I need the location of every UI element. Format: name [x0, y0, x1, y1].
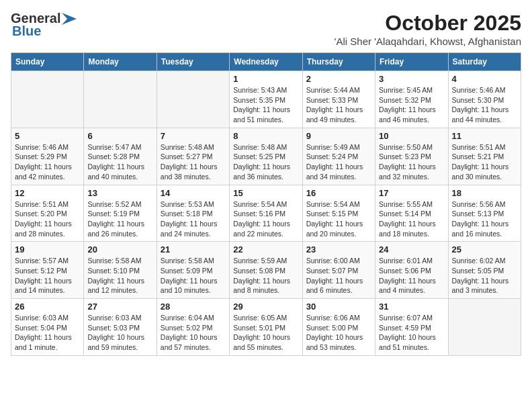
- calendar-day-cell: 26Sunrise: 6:03 AMSunset: 5:04 PMDayligh…: [11, 299, 84, 356]
- calendar-week-row: 26Sunrise: 6:03 AMSunset: 5:04 PMDayligh…: [11, 299, 521, 356]
- day-info: Sunrise: 6:00 AMSunset: 5:07 PMDaylight:…: [306, 256, 371, 295]
- day-info: Sunrise: 5:58 AMSunset: 5:10 PMDaylight:…: [87, 256, 152, 295]
- day-number: 29: [233, 302, 298, 312]
- calendar-day-cell: 30Sunrise: 6:06 AMSunset: 5:00 PMDayligh…: [302, 299, 375, 356]
- page-title: October 2025: [335, 11, 521, 36]
- day-info: Sunrise: 6:07 AMSunset: 4:59 PMDaylight:…: [379, 313, 444, 353]
- day-info: Sunrise: 5:46 AMSunset: 5:30 PMDaylight:…: [452, 85, 517, 125]
- day-info: Sunrise: 6:01 AMSunset: 5:06 PMDaylight:…: [379, 256, 444, 295]
- calendar-day-cell: [157, 71, 229, 128]
- logo-blue: Blue: [12, 24, 41, 39]
- day-number: 30: [306, 302, 371, 312]
- day-number: 27: [87, 302, 152, 312]
- calendar-day-cell: 20Sunrise: 5:58 AMSunset: 5:10 PMDayligh…: [84, 242, 157, 299]
- day-number: 16: [306, 188, 371, 198]
- calendar-day-cell: 29Sunrise: 6:05 AMSunset: 5:01 PMDayligh…: [230, 299, 302, 356]
- day-number: 19: [15, 244, 80, 255]
- calendar-day-cell: 7Sunrise: 5:48 AMSunset: 5:27 PMDaylight…: [157, 128, 229, 185]
- day-info: Sunrise: 6:03 AMSunset: 5:03 PMDaylight:…: [87, 313, 152, 353]
- day-info: Sunrise: 5:45 AMSunset: 5:32 PMDaylight:…: [379, 85, 444, 125]
- day-info: Sunrise: 5:49 AMSunset: 5:24 PMDaylight:…: [306, 142, 371, 182]
- day-number: 9: [306, 131, 371, 141]
- day-number: 21: [161, 244, 226, 255]
- day-info: Sunrise: 5:51 AMSunset: 5:20 PMDaylight:…: [15, 199, 80, 239]
- page-subtitle: 'Ali Sher 'Alaqahdari, Khowst, Afghanist…: [335, 36, 521, 47]
- calendar-day-cell: 10Sunrise: 5:50 AMSunset: 5:23 PMDayligh…: [375, 128, 448, 185]
- calendar-day-cell: [84, 71, 157, 128]
- calendar-day-cell: 9Sunrise: 5:49 AMSunset: 5:24 PMDaylight…: [302, 128, 375, 185]
- day-number: 18: [452, 188, 517, 198]
- calendar-day-cell: 1Sunrise: 5:43 AMSunset: 5:35 PMDaylight…: [230, 71, 302, 128]
- calendar-day-cell: [448, 299, 521, 356]
- calendar-day-cell: 11Sunrise: 5:51 AMSunset: 5:21 PMDayligh…: [448, 128, 521, 185]
- svg-marker-0: [62, 13, 77, 25]
- calendar-day-cell: 15Sunrise: 5:54 AMSunset: 5:16 PMDayligh…: [230, 185, 302, 242]
- calendar-day-cell: 4Sunrise: 5:46 AMSunset: 5:30 PMDaylight…: [448, 71, 521, 128]
- day-number: 28: [161, 302, 226, 312]
- calendar-day-cell: 21Sunrise: 5:58 AMSunset: 5:09 PMDayligh…: [157, 242, 229, 299]
- calendar-day-cell: [11, 71, 84, 128]
- day-info: Sunrise: 5:58 AMSunset: 5:09 PMDaylight:…: [161, 256, 226, 295]
- day-number: 15: [233, 188, 298, 198]
- weekday-header: Friday: [375, 53, 448, 71]
- day-info: Sunrise: 6:06 AMSunset: 5:00 PMDaylight:…: [306, 313, 371, 353]
- calendar-week-row: 5Sunrise: 5:46 AMSunset: 5:29 PMDaylight…: [11, 128, 521, 185]
- calendar-day-cell: 3Sunrise: 5:45 AMSunset: 5:32 PMDaylight…: [375, 71, 448, 128]
- calendar-day-cell: 8Sunrise: 5:48 AMSunset: 5:25 PMDaylight…: [230, 128, 302, 185]
- calendar-day-cell: 28Sunrise: 6:04 AMSunset: 5:02 PMDayligh…: [157, 299, 229, 356]
- day-info: Sunrise: 5:50 AMSunset: 5:23 PMDaylight:…: [379, 142, 444, 182]
- day-number: 24: [379, 244, 444, 255]
- calendar-day-cell: 14Sunrise: 5:53 AMSunset: 5:18 PMDayligh…: [157, 185, 229, 242]
- day-info: Sunrise: 5:47 AMSunset: 5:28 PMDaylight:…: [87, 142, 152, 182]
- day-number: 13: [87, 188, 152, 198]
- day-info: Sunrise: 5:56 AMSunset: 5:13 PMDaylight:…: [452, 199, 517, 239]
- calendar-day-cell: 27Sunrise: 6:03 AMSunset: 5:03 PMDayligh…: [84, 299, 157, 356]
- day-info: Sunrise: 5:55 AMSunset: 5:14 PMDaylight:…: [379, 199, 444, 239]
- day-number: 20: [87, 244, 152, 255]
- day-info: Sunrise: 5:46 AMSunset: 5:29 PMDaylight:…: [15, 142, 80, 182]
- calendar-day-cell: 19Sunrise: 5:57 AMSunset: 5:12 PMDayligh…: [11, 242, 84, 299]
- day-info: Sunrise: 5:51 AMSunset: 5:21 PMDaylight:…: [452, 142, 517, 182]
- day-info: Sunrise: 5:48 AMSunset: 5:27 PMDaylight:…: [161, 142, 226, 182]
- calendar-day-cell: 16Sunrise: 5:54 AMSunset: 5:15 PMDayligh…: [302, 185, 375, 242]
- weekday-header: Sunday: [11, 53, 84, 71]
- day-number: 3: [379, 74, 444, 84]
- day-number: 4: [452, 74, 517, 84]
- weekday-header: Wednesday: [230, 53, 302, 71]
- calendar-header-row: SundayMondayTuesdayWednesdayThursdayFrid…: [11, 53, 521, 71]
- day-info: Sunrise: 5:54 AMSunset: 5:15 PMDaylight:…: [306, 199, 371, 239]
- calendar-day-cell: 31Sunrise: 6:07 AMSunset: 4:59 PMDayligh…: [375, 299, 448, 356]
- day-info: Sunrise: 5:53 AMSunset: 5:18 PMDaylight:…: [161, 199, 226, 239]
- calendar-day-cell: 2Sunrise: 5:44 AMSunset: 5:33 PMDaylight…: [302, 71, 375, 128]
- day-number: 23: [306, 244, 371, 255]
- weekday-header: Monday: [84, 53, 157, 71]
- calendar-day-cell: 24Sunrise: 6:01 AMSunset: 5:06 PMDayligh…: [375, 242, 448, 299]
- day-number: 11: [452, 131, 517, 141]
- day-info: Sunrise: 6:05 AMSunset: 5:01 PMDaylight:…: [233, 313, 298, 353]
- logo-arrow-icon: [62, 13, 77, 25]
- day-info: Sunrise: 5:48 AMSunset: 5:25 PMDaylight:…: [233, 142, 298, 182]
- calendar-day-cell: 22Sunrise: 5:59 AMSunset: 5:08 PMDayligh…: [230, 242, 302, 299]
- day-number: 6: [87, 131, 152, 141]
- day-number: 5: [15, 131, 80, 141]
- day-number: 25: [452, 244, 517, 255]
- page-header: General Blue October 2025 'Ali Sher 'Ala…: [11, 11, 521, 47]
- day-number: 22: [233, 244, 298, 255]
- calendar-week-row: 1Sunrise: 5:43 AMSunset: 5:35 PMDaylight…: [11, 71, 521, 128]
- day-number: 12: [15, 188, 80, 198]
- day-info: Sunrise: 5:54 AMSunset: 5:16 PMDaylight:…: [233, 199, 298, 239]
- day-number: 7: [161, 131, 226, 141]
- day-info: Sunrise: 5:44 AMSunset: 5:33 PMDaylight:…: [306, 85, 371, 125]
- calendar-day-cell: 18Sunrise: 5:56 AMSunset: 5:13 PMDayligh…: [448, 185, 521, 242]
- title-block: October 2025 'Ali Sher 'Alaqahdari, Khow…: [335, 11, 521, 47]
- day-info: Sunrise: 5:52 AMSunset: 5:19 PMDaylight:…: [87, 199, 152, 239]
- logo: General Blue: [11, 11, 77, 39]
- day-number: 17: [379, 188, 444, 198]
- calendar-week-row: 19Sunrise: 5:57 AMSunset: 5:12 PMDayligh…: [11, 242, 521, 299]
- day-info: Sunrise: 6:02 AMSunset: 5:05 PMDaylight:…: [452, 256, 517, 295]
- day-number: 1: [233, 74, 298, 84]
- day-info: Sunrise: 5:43 AMSunset: 5:35 PMDaylight:…: [233, 85, 298, 125]
- day-number: 14: [161, 188, 226, 198]
- calendar-table: SundayMondayTuesdayWednesdayThursdayFrid…: [11, 52, 521, 356]
- calendar-day-cell: 17Sunrise: 5:55 AMSunset: 5:14 PMDayligh…: [375, 185, 448, 242]
